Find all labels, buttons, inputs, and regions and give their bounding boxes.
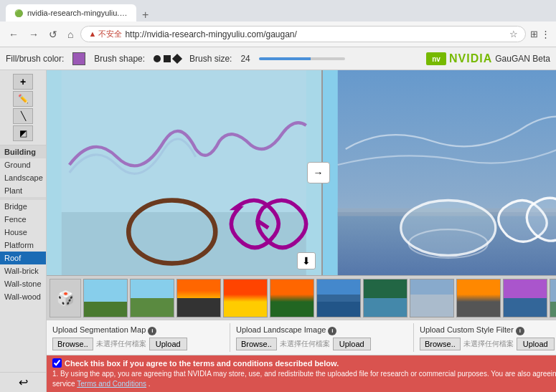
- style-filename: 未選擇任何檔案: [463, 339, 514, 349]
- style-label: Upload Custom Style Filter i: [420, 325, 524, 335]
- terms-checkbox[interactable]: [52, 358, 62, 368]
- svg-point-9: [400, 201, 495, 256]
- label-bridge[interactable]: Bridge: [0, 200, 46, 213]
- address-bar[interactable]: ▲ 不安全 http://nvidia-research-mingyuliu.c…: [80, 26, 526, 42]
- brush-circle[interactable]: [154, 55, 161, 62]
- label-wall-stone[interactable]: Wall-stone: [0, 277, 46, 290]
- label-platform[interactable]: Platform: [0, 239, 46, 252]
- generate-button[interactable]: →: [307, 162, 330, 183]
- nvidia-icon: nv: [426, 52, 446, 65]
- gaugan-text: GauGAN Beta: [495, 54, 550, 64]
- drawing-surface[interactable]: [47, 70, 321, 275]
- label-plant[interactable]: Plant: [0, 184, 46, 197]
- label-tools: + ✏️ ╲ ◩: [0, 70, 46, 145]
- forward-button[interactable]: →: [26, 27, 42, 42]
- divider-1: [230, 323, 230, 352]
- generated-image: [323, 70, 557, 275]
- star-icon[interactable]: ☆: [509, 29, 518, 39]
- left-download-button[interactable]: ⬇: [297, 252, 316, 269]
- color-swatch[interactable]: [72, 52, 85, 65]
- thumbnail-10[interactable]: [503, 279, 547, 317]
- thumbnail-6[interactable]: [316, 279, 361, 317]
- thumbnail-4[interactable]: [223, 279, 268, 317]
- add-tool-button[interactable]: +: [13, 74, 33, 90]
- upload-seg-group: Upload Segmentation Map i Browse.. 未選擇任何…: [52, 325, 224, 350]
- random-button[interactable]: 🎲: [50, 279, 81, 317]
- landscape-filename: 未選擇任何檔案: [280, 339, 330, 349]
- upload-section: Upload Segmentation Map i Browse.. 未選擇任何…: [47, 320, 556, 355]
- seg-upload-controls: Browse.. 未選擇任何檔案 Upload: [52, 338, 187, 350]
- label-landscape[interactable]: Landscape: [0, 171, 46, 184]
- home-button[interactable]: ⌂: [65, 27, 76, 42]
- style-upload-button[interactable]: Upload: [517, 338, 555, 350]
- label-wall-wood[interactable]: Wall-wood: [0, 290, 46, 303]
- thumbnail-8[interactable]: [410, 279, 454, 317]
- terms-section: Check this box if you agree to the terms…: [47, 355, 556, 392]
- thumbnail-1[interactable]: [83, 279, 128, 317]
- thumbnail-5[interactable]: [270, 279, 314, 317]
- undo-button[interactable]: ↩: [0, 372, 46, 392]
- thumbnail-9[interactable]: [456, 279, 501, 317]
- thumbnail-11[interactable]: [550, 279, 556, 317]
- landscape-upload-button[interactable]: Upload: [333, 338, 371, 350]
- tab-title: nvidia-research-mingyuliu.com ×: [27, 9, 128, 17]
- brush-diamond[interactable]: [172, 53, 182, 63]
- seg-browse-button[interactable]: Browse..: [52, 338, 93, 350]
- upload-landscape-group: Upload Landscape Image i Browse.. 未選擇任何檔…: [236, 325, 407, 350]
- nav-icons: ⊞ ⋮: [530, 29, 550, 39]
- tab-favicon: 🟢: [14, 9, 23, 17]
- menu-icon[interactable]: ⋮: [541, 29, 550, 39]
- thumbnail-7[interactable]: [363, 279, 407, 317]
- tab-bar: 🟢 nvidia-research-mingyuliu.com × +: [0, 0, 556, 21]
- style-browse-button[interactable]: Browse..: [420, 338, 461, 350]
- back-button[interactable]: ←: [6, 27, 22, 42]
- label-wall-brick[interactable]: Wall-brick: [0, 264, 46, 277]
- brush-tool-button[interactable]: ✏️: [13, 91, 33, 107]
- brush-square[interactable]: [164, 55, 171, 62]
- nvidia-text: NVIDIA: [449, 52, 492, 65]
- main-area: + ✏️ ╲ ◩ Building Ground Landscape Plant…: [0, 70, 556, 392]
- address-text: http://nvidia-research-mingyuliu.com/gau…: [125, 29, 506, 39]
- terms-check-row: Check this box if you agree to the terms…: [52, 358, 556, 368]
- canvas-area: ⬇ →: [47, 70, 556, 392]
- seg-upload-button[interactable]: Upload: [149, 338, 187, 350]
- fill-tool-button[interactable]: ◩: [13, 125, 33, 141]
- thumbnail-3[interactable]: [176, 279, 221, 317]
- brush-shapes: [154, 55, 181, 62]
- label-house[interactable]: House: [0, 226, 46, 239]
- thumbnail-2[interactable]: [130, 279, 174, 317]
- label-ground[interactable]: Ground: [0, 158, 46, 171]
- landscape-browse-button[interactable]: Browse..: [236, 338, 277, 350]
- brush-size-slider[interactable]: [259, 57, 345, 60]
- style-info-icon: i: [516, 327, 524, 335]
- brush-size-value: 24: [240, 54, 250, 64]
- divider-2: [413, 323, 414, 352]
- seg-map-label: Upload Segmentation Map i: [52, 325, 156, 335]
- app-container: Fill/brush color: Brush shape: Brush siz…: [0, 47, 556, 392]
- terms-check-text: Check this box if you agree to the terms…: [65, 359, 339, 368]
- browser-chrome: 🟢 nvidia-research-mingyuliu.com × + ← → …: [0, 0, 556, 47]
- canvases: ⬇ →: [47, 70, 556, 275]
- toolbar: Fill/brush color: Brush shape: Brush siz…: [0, 47, 556, 70]
- active-tab[interactable]: 🟢 nvidia-research-mingyuliu.com ×: [6, 4, 136, 21]
- extensions-icon[interactable]: ⊞: [530, 29, 538, 39]
- brush-shape-label: Brush shape:: [94, 54, 145, 64]
- landscape-upload-controls: Browse.. 未選擇任何檔案 Upload: [236, 338, 371, 350]
- terms-link[interactable]: Terms and Conditions: [77, 380, 146, 388]
- nav-bar: ← → ↺ ⌂ ▲ 不安全 http://nvidia-research-min…: [0, 21, 556, 47]
- fill-brush-label: Fill/brush color:: [6, 54, 64, 64]
- new-tab-button[interactable]: +: [136, 9, 154, 21]
- upload-style-group: Upload Custom Style Filter i Browse.. 未選…: [420, 325, 556, 350]
- label-panel: + ✏️ ╲ ◩ Building Ground Landscape Plant…: [0, 70, 47, 392]
- line-tool-button[interactable]: ╲: [13, 108, 33, 124]
- svg-text:nv: nv: [432, 55, 440, 63]
- refresh-button[interactable]: ↺: [46, 27, 60, 42]
- drawing-canvas[interactable]: ⬇: [47, 70, 321, 275]
- landscape-info-icon: i: [328, 327, 336, 335]
- style-upload-controls: Browse.. 未選擇任何檔案 Upload: [420, 338, 555, 350]
- label-list: Building Ground Landscape Plant Bridge F…: [0, 145, 46, 372]
- brush-size-label: Brush size:: [189, 54, 232, 64]
- label-roof[interactable]: Roof: [0, 252, 46, 264]
- label-fence[interactable]: Fence: [0, 213, 46, 226]
- nvidia-logo: nv NVIDIA GauGAN Beta: [426, 52, 550, 65]
